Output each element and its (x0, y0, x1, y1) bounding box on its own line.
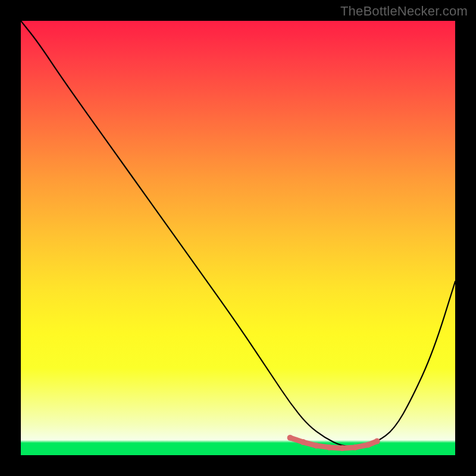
plot-area (21, 21, 455, 455)
optimal-marker-dot (374, 439, 380, 444)
optimal-marker-dot (339, 445, 345, 451)
optimal-marker-dot (287, 435, 293, 441)
chart-container: TheBottleNecker.com (0, 0, 476, 476)
marker-layer (21, 21, 455, 455)
watermark-text: TheBottleNecker.com (340, 4, 468, 19)
optimal-marker-dot (313, 443, 319, 449)
optimal-marker-dot (300, 439, 306, 445)
optimal-marker-dot (352, 444, 358, 450)
optimal-marker-dot (365, 442, 371, 448)
optimal-marker-dot (326, 444, 332, 450)
